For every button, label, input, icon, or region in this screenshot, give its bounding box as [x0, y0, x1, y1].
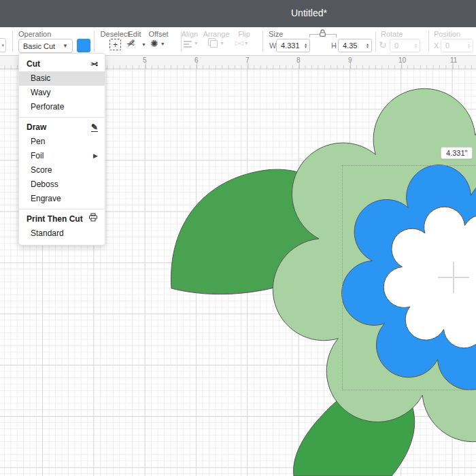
pencil-icon: ✎ — [91, 124, 98, 132]
edit-button[interactable]: ✂✎ ▼ — [126, 38, 146, 50]
menu-section-label: Draw — [27, 120, 46, 135]
align-label: Align — [178, 30, 201, 38]
ruler-tick-label: 8 — [296, 56, 301, 64]
menu-item-label: Wavy — [31, 86, 51, 100]
toolbar-divider — [428, 31, 429, 52]
deselect-button[interactable]: + — [109, 39, 121, 50]
menu-section-cut: Cut ✂ — [19, 57, 105, 71]
document-title[interactable]: Untitled* — [291, 7, 327, 18]
operation-select[interactable]: Basic Cut ▼ — [18, 39, 73, 53]
offset-label: Offset — [146, 30, 171, 38]
ruler-tick-label: 10 — [398, 56, 406, 64]
ruler-tick-label: 9 — [348, 56, 352, 64]
menu-item-score[interactable]: Score — [19, 163, 105, 177]
chevron-down-icon: ▾ — [1, 43, 4, 48]
operation-label: Operation — [18, 30, 51, 38]
menu-item-label: Standard — [31, 226, 64, 241]
title-bar: Untitled* — [0, 0, 476, 27]
flip-mirror-icon: ▷◁ — [235, 39, 242, 46]
toolbar-divider — [375, 31, 376, 52]
chevron-down-icon: ▼ — [160, 41, 165, 46]
ruler-tick-label: 11 — [450, 56, 457, 64]
menu-item-label: Deboss — [31, 177, 58, 192]
chevron-down-icon: ▼ — [141, 42, 146, 47]
height-letter: H — [331, 41, 337, 50]
align-lines-icon — [184, 41, 192, 48]
stepper-arrows-icon[interactable]: ▲▼ — [366, 43, 369, 48]
menu-item-label: Perforate — [31, 100, 64, 114]
arrange-button[interactable]: ▼ — [208, 38, 224, 48]
position-x-value: 0 — [445, 41, 467, 50]
menu-section-label: Print Then Cut — [27, 212, 83, 226]
offset-button[interactable]: ✺ ▼ — [150, 38, 165, 49]
menu-item-label: Foil — [31, 149, 44, 163]
menu-item-perforate[interactable]: Perforate — [19, 100, 105, 114]
menu-item-wavy[interactable]: Wavy — [19, 86, 105, 100]
chevron-down-icon: ▼ — [57, 43, 68, 49]
deselect-icon: + — [109, 39, 121, 50]
chevron-down-icon: ▼ — [194, 41, 199, 46]
width-letter: W — [269, 41, 276, 50]
position-label: Position — [434, 30, 460, 38]
flip-button[interactable]: ▷◁ ▼ — [235, 39, 249, 46]
flip-label: Flip — [233, 30, 256, 38]
ruler-tick-label: 6 — [194, 56, 199, 64]
menu-item-label: Pen — [31, 135, 45, 149]
menu-item-standard[interactable]: Standard — [19, 226, 105, 241]
menu-item-engrave[interactable]: Engrave — [19, 192, 105, 206]
rotate-input[interactable]: 0 ▲▼ — [390, 39, 420, 52]
arrange-layers-icon — [208, 38, 218, 48]
toolbar-divider — [262, 31, 263, 52]
align-button[interactable]: ▼ — [184, 39, 199, 48]
menu-section-label: Cut — [27, 57, 40, 71]
width-input[interactable]: 4.331 ▲▼ — [276, 39, 310, 52]
stepper-arrows-icon: ▲▼ — [467, 43, 471, 48]
position-x-input[interactable]: 0 ▲▼ — [441, 39, 473, 52]
scissors-icon: ✂ — [90, 57, 98, 71]
offset-burst-icon: ✺ — [150, 38, 158, 49]
printer-icon — [88, 212, 98, 226]
height-input[interactable]: 4.35 ▲▼ — [338, 39, 372, 52]
toolbar-divider — [12, 31, 13, 52]
edit-label: Edit — [124, 30, 145, 38]
ruler-tick-label: 5 — [143, 56, 147, 64]
size-label: Size — [269, 30, 283, 38]
operation-value: Basic Cut — [23, 42, 55, 50]
rotate-label: Rotate — [381, 30, 403, 38]
stepper-arrows-icon: ▲▼ — [414, 43, 418, 48]
menu-item-label: Score — [31, 163, 52, 177]
menu-section-draw: Draw ✎ — [19, 120, 105, 135]
lock-icon[interactable] — [318, 28, 327, 40]
chevron-down-icon: ▼ — [244, 41, 249, 46]
submenu-arrow-icon: ▶ — [93, 149, 98, 163]
operation-dropdown-menu: Cut ✂ Basic Wavy Perforate Draw ✎ Pen Fo… — [18, 53, 105, 245]
menu-section-print-then-cut: Print Then Cut — [19, 212, 105, 226]
clipped-left-control[interactable]: ▾ — [0, 38, 6, 52]
chevron-down-icon: ▼ — [220, 41, 224, 46]
arrange-label: Arrange — [203, 30, 230, 38]
edit-scissors-pencil-icon: ✂✎ — [126, 38, 139, 50]
menu-item-label: Basic — [31, 71, 50, 86]
menu-item-deboss[interactable]: Deboss — [19, 177, 105, 192]
rotate-arrow-icon: ↻ — [379, 39, 387, 50]
menu-divider — [19, 117, 105, 118]
width-value: 4.331 — [281, 41, 304, 50]
edit-toolbar: ▾ Operation Basic Cut ▼ Deselect + Edit … — [0, 27, 476, 56]
color-swatch[interactable] — [77, 39, 90, 52]
rotate-value: 0 — [394, 41, 414, 50]
position-x-letter: X — [434, 41, 439, 50]
menu-item-foil[interactable]: Foil ▶ — [19, 149, 105, 163]
stepper-arrows-icon[interactable]: ▲▼ — [304, 43, 307, 48]
center-crosshair-icon — [453, 262, 454, 293]
menu-item-basic[interactable]: Basic — [19, 71, 105, 86]
ruler-tick-label: 7 — [245, 56, 250, 64]
menu-item-pen[interactable]: Pen — [19, 135, 105, 149]
menu-divider — [19, 209, 105, 209]
toolbar-divider — [94, 31, 95, 52]
menu-item-label: Engrave — [31, 192, 61, 206]
height-value: 4.35 — [343, 41, 366, 50]
selection-width-badge: 4.331" — [441, 147, 473, 159]
